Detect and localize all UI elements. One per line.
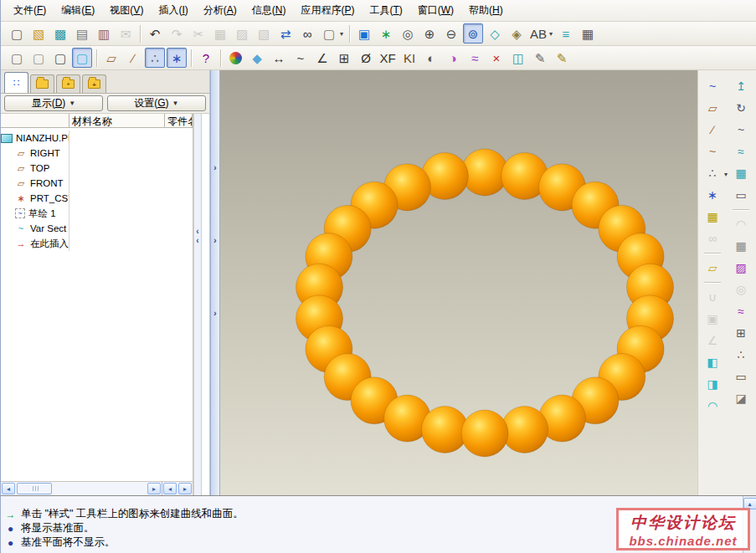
menu-view[interactable]: 视图(V) [102,0,151,21]
hole-tool-button[interactable]: ∪ [702,287,723,307]
new-button[interactable]: ▢ [7,23,27,44]
swept-blend-tool-button[interactable]: ≈ [731,141,751,161]
csys-tool-button[interactable]: ∗ [702,185,723,205]
sketcher-button[interactable]: ▨ [731,258,751,278]
measure-transform-button[interactable]: XF [378,48,398,68]
navigator-sash[interactable]: › › › [210,70,220,495]
appearance-gallery-button[interactable] [225,48,245,68]
pattern-tool-button[interactable]: ▦ [731,236,751,256]
model-analysis-button[interactable]: ◐ [421,48,441,68]
save-analysis-button[interactable]: ◫ [508,48,528,68]
round-tool-button[interactable]: ◠ [731,214,751,234]
refit-button[interactable]: ◎ [398,23,418,44]
save-button[interactable]: ▩ [50,23,70,44]
measure-distance-button[interactable]: ↔ [269,48,289,68]
tree-item-top-plane[interactable]: ▱ TOP [1,161,69,176]
menu-file[interactable]: 文件(F) [6,0,54,21]
tab-favorites[interactable]: * [56,74,80,93]
scroll-right-button[interactable]: ▸ [147,483,161,494]
tab-history[interactable]: + [82,74,106,93]
shell-tool-button[interactable]: ▣ [702,309,723,329]
surface-analysis-button[interactable]: ◑ [443,48,463,68]
datum-plane-tool-button[interactable]: ▱ [702,98,723,118]
scroll-right-button[interactable]: ▸ [178,483,192,494]
undo-button[interactable]: ↶ [145,23,165,44]
tree-item-front-plane[interactable]: ▱ FRONT [1,176,69,191]
tree-item-right-plane[interactable]: ▱ RIGHT [1,146,69,161]
field-point-tool-button[interactable]: ▦ [702,207,723,227]
tab-folder-browser[interactable] [30,74,54,93]
cut-button[interactable]: ✂ [188,23,208,44]
scroll-left-button[interactable]: ◂ [163,483,177,494]
extrude-tool-button[interactable]: ↥ [731,76,751,96]
zoom-out-button[interactable]: ⊖ [441,23,461,44]
ribbon-surface-button[interactable]: ◠ [702,396,723,416]
curve-tool-button[interactable]: ~ [702,141,723,161]
no-hidden-button[interactable]: ▢ [50,48,70,68]
find-button[interactable]: ∞ [297,23,317,44]
tree-item-csys[interactable]: ∗ PRT_CSYS_DEF [1,191,69,206]
datum-point-tool-button[interactable]: ∴ [702,163,723,183]
view-manager-button[interactable]: ▦ [578,23,598,44]
tree-item-insert-here[interactable]: → 在此插入 [1,236,69,251]
datum-point-button[interactable]: ⊞ [731,323,751,343]
view-normal-button[interactable]: ◈ [507,23,527,44]
plot-button[interactable]: ▥ [94,23,114,44]
menu-analysis[interactable]: 分析(A) [196,0,244,21]
delete-analysis-button[interactable]: × [486,48,507,68]
scrollbar-thumb[interactable] [17,483,52,494]
saved-views-button[interactable]: ◇ [485,23,505,44]
menu-help[interactable]: 帮助(H) [461,0,511,21]
paste-special-button[interactable]: ▧ [254,23,274,44]
measure-mass-button[interactable]: KI [399,48,419,68]
style-tool-button[interactable]: ≈ [731,301,751,321]
bracelet-bead[interactable] [421,407,468,453]
revolve-tool-button[interactable]: ↻ [731,98,751,118]
wireframe-button[interactable]: ▢ [7,48,27,68]
print-button[interactable]: ▤ [72,23,92,44]
measure-diameter-button[interactable]: Ø [356,48,376,68]
graphics-viewport[interactable] [220,70,697,495]
datum-axis-tool-button[interactable]: ∕ [702,120,723,140]
menu-applications[interactable]: 应用程序(P) [293,0,362,21]
selection-filter-button[interactable]: ▢ [319,23,339,44]
rename-button[interactable]: AB [528,23,548,44]
tab-model-tree[interactable]: ∷ [4,72,28,93]
settings-dropdown-button[interactable]: 设置(G) ▼ [107,95,206,111]
trim-tool-button[interactable]: ◪ [731,388,751,408]
default-csys-button[interactable]: ∴ [731,345,751,365]
curve-analysis-button[interactable]: ≈ [465,48,485,68]
sweep-tool-button[interactable]: ~ [731,120,751,140]
open-button[interactable]: ▧ [28,23,49,44]
sketch-tool-button[interactable]: ~ [702,76,723,96]
edit-analysis-button[interactable]: ✎ [530,48,550,68]
point-display-button[interactable]: ∴ [145,48,165,68]
copy-geometry-button[interactable]: ∞ [702,228,723,248]
freeform-surface-button[interactable]: ◨ [702,374,723,394]
model-beads-svg[interactable] [220,70,697,495]
redo-button[interactable]: ↷ [167,23,187,44]
bracelet-bead[interactable] [461,149,508,196]
menu-info[interactable]: 信息(N) [244,0,294,21]
menu-tools[interactable]: 工具(T) [362,0,409,21]
boundary-blend-tool-button[interactable]: ▦ [731,163,751,183]
copy-button[interactable]: ▦ [210,23,230,44]
zoom-in-button[interactable]: ⊕ [419,23,440,44]
spin-center-button[interactable]: ∗ [376,23,396,44]
fill-tool-button[interactable]: ▭ [731,185,751,205]
paste-button[interactable]: ▨ [232,23,252,44]
copy-analysis-button[interactable]: ✎ [552,48,572,68]
tree-item-part[interactable]: NIANZHU.PRT [1,131,69,146]
menu-window[interactable]: 窗口(W) [410,0,461,21]
tree-item-var-sect-sweep[interactable]: ~ Var Sect Sweep 1 [1,221,69,236]
measure-length-button[interactable]: ~ [291,48,311,68]
menu-edit[interactable]: 编辑(E) [54,0,102,21]
scroll-left-button[interactable]: ◂ [2,483,15,494]
tree-column-splitter[interactable]: ‹ ‹ [193,114,202,495]
regenerate-button[interactable]: ⇄ [275,23,296,44]
measure-angle-button[interactable]: ∠ [312,48,332,68]
rib-tool-button[interactable]: ∠ [702,330,723,351]
boundary-surface-button[interactable]: ◧ [702,352,723,372]
show-dropdown-button[interactable]: 显示(D) ▼ [4,95,103,111]
measure-area-button[interactable]: ⊞ [334,48,354,68]
